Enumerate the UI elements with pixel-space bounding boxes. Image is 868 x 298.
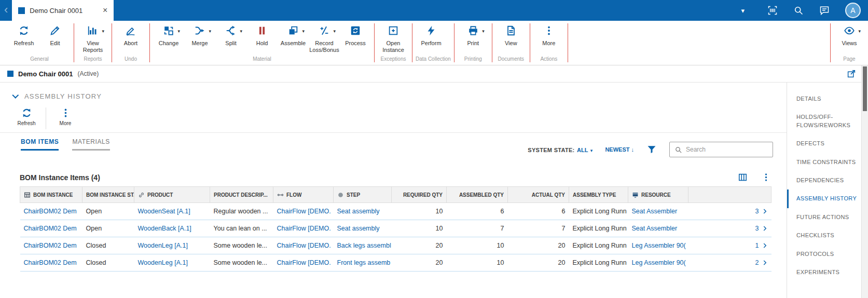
search-icon[interactable] <box>793 5 804 16</box>
product-link[interactable]: WoodenBack [A.1] <box>138 225 191 232</box>
view-documents-button[interactable]: View <box>495 21 527 47</box>
sidebar-item-time-constraints[interactable]: TIME CONSTRAINTS <box>787 153 861 171</box>
detail-count-link[interactable]: 2 <box>755 259 759 266</box>
process-button[interactable]: Process <box>340 21 371 47</box>
tabs-dropdown-caret-icon[interactable]: ▾ <box>741 7 745 15</box>
col-actions[interactable] <box>688 187 771 203</box>
resource-link[interactable]: Seat Assembler <box>632 225 678 232</box>
col-product-description[interactable]: PRODUCT DESCRIP... <box>210 187 273 203</box>
chevron-right-icon[interactable] <box>762 242 768 249</box>
step-link[interactable]: Seat assembly <box>337 225 380 232</box>
hold-button[interactable]: Hold <box>246 21 278 47</box>
assembly-type-cell: Explicit Long Runn <box>569 220 628 237</box>
merge-button[interactable]: ▾ Merge <box>184 21 215 47</box>
resource-link[interactable]: Leg Assembler 90( <box>632 242 686 249</box>
close-icon[interactable]: × <box>102 6 108 15</box>
document-tab[interactable]: Demo Chair 0001 × <box>12 0 114 21</box>
back-chevron-icon[interactable]: ‹ <box>0 4 12 17</box>
panel-more-button[interactable]: More <box>52 104 78 132</box>
perform-button[interactable]: Perform <box>416 21 447 47</box>
step-link[interactable]: Front legs assemb <box>337 259 391 266</box>
table-row[interactable]: ChairBOM02 Dem Closed WoodenLeg [A.1] So… <box>20 254 771 272</box>
open-in-panel-icon[interactable] <box>847 69 856 78</box>
record-loss-bonus-button[interactable]: ▾ Record Loss/Bonus <box>309 21 340 53</box>
grid-header-row: BOM Instance Items (4) <box>0 166 787 186</box>
abort-button[interactable]: Abort <box>115 21 146 47</box>
feedback-chat-icon[interactable] <box>819 5 830 16</box>
view-reports-button[interactable]: ▾ View Reports <box>77 21 108 53</box>
vertical-scrollbar[interactable] <box>861 65 868 298</box>
flow-link[interactable]: ChairFlow [DEMO. <box>277 242 331 249</box>
bom-instance-link[interactable]: ChairBOM02 Dem <box>24 225 77 232</box>
col-product[interactable]: PRODUCT <box>134 187 210 203</box>
views-button[interactable]: ▾ Views <box>834 21 865 47</box>
product-link[interactable]: WoodenLeg [A.1] <box>138 242 188 249</box>
sidebar-item-checklists[interactable]: CHECKLISTS <box>787 226 861 245</box>
table-row[interactable]: ChairBOM02 Dem Open WoodenBack [A.1] You… <box>20 220 771 237</box>
sidebar-item-holds-offflows-reworks[interactable]: HOLDS/OFF-FLOWS/REWORKS <box>787 108 861 134</box>
step-link[interactable]: Seat assembly <box>337 208 380 215</box>
ribbon-group-page: ▾ Views Page <box>831 21 868 65</box>
sidebar-item-experiments[interactable]: EXPERIMENTS <box>787 263 861 281</box>
col-bom-instance-state[interactable]: BOM INSTANCE STA... <box>82 187 134 203</box>
sidebar-item-assembly-history[interactable]: ASSEMBLY HISTORY <box>787 189 861 208</box>
open-instance-button[interactable]: Open Instance <box>378 21 409 53</box>
collapse-chevron-icon[interactable] <box>12 92 19 99</box>
col-assembly-type[interactable]: ASSEMBLY TYPE <box>569 187 628 203</box>
detail-count-link[interactable]: 3 <box>755 208 759 215</box>
col-step[interactable]: STEP <box>334 187 392 203</box>
barcode-scanner-icon[interactable] <box>767 5 778 16</box>
step-link[interactable]: Back legs assembl <box>337 242 391 249</box>
flow-link[interactable]: ChairFlow [DEMO. <box>277 225 331 232</box>
col-actual-qty[interactable]: ACTUAL QTY <box>508 187 569 203</box>
resource-link[interactable]: Leg Assembler 90( <box>632 259 686 266</box>
table-row[interactable]: ChairBOM02 Dem Open WoodenSeat [A.1] Reg… <box>20 203 771 220</box>
detail-count-link[interactable]: 3 <box>755 225 759 232</box>
tab-materials[interactable]: MATERIALS <box>72 138 110 151</box>
col-assembled-qty[interactable]: ASSEMBLED QTY <box>447 187 508 203</box>
chevron-right-icon[interactable] <box>762 208 768 214</box>
col-resource[interactable]: RESOURCE <box>628 187 688 203</box>
ribbon-group-label: Material <box>153 55 371 65</box>
bom-instance-link[interactable]: ChairBOM02 Dem <box>24 259 77 266</box>
refresh-button[interactable]: Refresh <box>8 21 39 47</box>
chevron-right-icon[interactable] <box>762 225 768 232</box>
bom-instance-link[interactable]: ChairBOM02 Dem <box>24 242 77 249</box>
assemble-button[interactable]: ▾ Assemble <box>278 21 309 47</box>
sidebar-item-protocols[interactable]: PROTOCOLS <box>787 245 861 263</box>
tab-bom-items[interactable]: BOM ITEMS <box>21 138 59 151</box>
scrollbar-thumb[interactable] <box>863 66 867 111</box>
user-avatar[interactable]: A <box>845 3 861 18</box>
bom-instance-link[interactable]: ChairBOM02 Dem <box>24 208 77 215</box>
product-link[interactable]: WoodenLeg [A.1] <box>138 259 188 266</box>
detail-count-link[interactable]: 1 <box>755 242 759 249</box>
col-required-qty[interactable]: REQUIRED QTY <box>392 187 447 203</box>
col-flow[interactable]: FLOW <box>273 187 334 203</box>
more-actions-button[interactable]: More <box>533 21 564 47</box>
product-link[interactable]: WoodenSeat [A.1] <box>138 208 190 215</box>
edit-button[interactable]: Edit <box>39 21 71 47</box>
sidebar-item-defects[interactable]: DEFECTS <box>787 134 861 153</box>
sort-newest-button[interactable]: NEWEST ↓ <box>605 146 634 153</box>
flow-link[interactable]: ChairFlow [DEMO. <box>277 208 331 215</box>
panel-refresh-button[interactable]: Refresh <box>13 104 39 132</box>
print-button[interactable]: ▾ Print <box>458 21 489 47</box>
search-input[interactable] <box>686 146 768 153</box>
split-button[interactable]: ▾ Split <box>215 21 246 47</box>
system-state-filter[interactable]: SYSTEM STATE: ALL ▾ <box>528 145 593 154</box>
change-button[interactable]: ▾ Change <box>153 21 184 47</box>
chevron-right-icon[interactable] <box>762 260 768 266</box>
column-chooser-icon[interactable] <box>738 172 748 182</box>
col-bom-instance[interactable]: BOM INSTANCE <box>20 187 82 203</box>
system-state-value[interactable]: ALL <box>577 147 588 153</box>
filter-funnel-icon[interactable] <box>646 144 657 155</box>
sidebar-item-details[interactable]: DETAILS <box>787 90 861 108</box>
required-qty-cell: 10 <box>392 220 447 237</box>
sidebar-item-dependencies[interactable]: DEPENDENCIES <box>787 171 861 189</box>
grid-more-dots-icon[interactable] <box>761 172 771 182</box>
record-status: (Active) <box>78 70 99 77</box>
resource-link[interactable]: Seat Assembler <box>632 208 678 215</box>
sidebar-item-future-actions[interactable]: FUTURE ACTIONS <box>787 208 861 226</box>
flow-link[interactable]: ChairFlow [DEMO. <box>277 259 331 266</box>
table-row[interactable]: ChairBOM02 Dem Closed WoodenLeg [A.1] So… <box>20 237 771 254</box>
